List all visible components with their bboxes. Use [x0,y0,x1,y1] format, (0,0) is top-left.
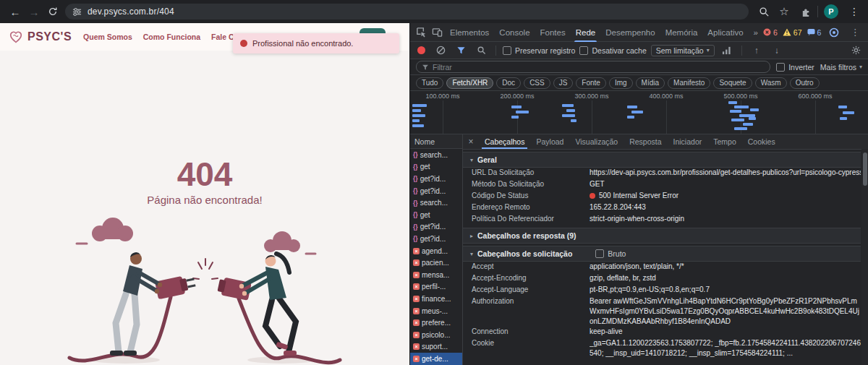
request-row[interactable]: {}get?id... [410,221,462,233]
throttling-dropdown[interactable]: Sem limitação ▾ [651,45,715,56]
filter-input[interactable]: Filtrar [416,61,770,73]
back-icon[interactable]: ← [6,2,25,21]
scrollbar-thumb[interactable] [863,153,867,186]
import-har-icon[interactable]: ↑ [749,43,765,59]
issues-badge[interactable]: 6 [807,28,822,37]
nav-quem-somos[interactable]: Quem Somos [83,33,132,41]
close-detail-icon[interactable]: × [463,137,479,147]
chip-fetch-xhr[interactable]: Fetch/XHR [446,77,493,89]
devtools-menu-kebab-icon[interactable]: ⋮ [847,25,863,40]
request-row[interactable]: {}search... [410,149,462,161]
tab-console[interactable]: Console [494,23,535,42]
request-row[interactable]: {}get?id... [410,233,462,245]
chip-doc[interactable]: Doc [496,77,521,89]
timeline-gridline [815,100,816,134]
request-row[interactable]: {}get [410,161,462,173]
request-row-error[interactable]: ×meus-... [410,305,462,317]
chip-fonte[interactable]: Fonte [576,77,606,89]
bookmark-star-icon[interactable]: ☆ [777,4,791,19]
network-settings-gear-icon[interactable] [848,43,864,59]
chip-midia[interactable]: Mídia [636,77,665,89]
request-row[interactable]: {}get [410,209,462,221]
warnings-badge[interactable]: 67 [783,28,802,37]
request-row-selected[interactable]: ×get-de... [410,353,462,365]
error-toast[interactable]: Profissional não encontrado. [233,33,399,53]
detail-tab-cabecalhos[interactable]: Cabeçalhos [479,134,530,149]
tab-elementos[interactable]: Elementos [445,23,494,42]
timeline-label: 600.000 ms [796,93,835,100]
header-key: Cookie [472,338,590,348]
request-row-error[interactable]: ×prefere... [410,317,462,329]
detail-tab-visualizacao[interactable]: Visualização [569,134,624,149]
request-row-error[interactable]: ×agend... [410,245,462,257]
chip-soquete[interactable]: Soquete [713,77,752,89]
chip-tudo[interactable]: Tudo [416,77,443,89]
more-tabs-icon[interactable]: » [749,23,763,42]
chip-outro[interactable]: Outro [790,77,820,89]
request-row[interactable]: {}get?id... [410,173,462,185]
address-bar[interactable]: dev.psycs.com.br/404 [65,4,749,20]
request-row[interactable]: {}search... [410,197,462,209]
request-row-error[interactable]: ×perfil-... [410,281,462,293]
raw-headers-checkbox[interactable]: Bruto [595,249,626,258]
section-response-headers[interactable]: ▸ Cabeçalhos de resposta (9) [463,228,861,244]
browser-menu-kebab-icon[interactable]: ⋮ [848,4,861,19]
toast-error-dot-icon [240,40,247,47]
tab-memoria[interactable]: Memória [660,23,703,42]
timeline-bar [838,106,847,108]
network-conditions-icon[interactable] [719,43,735,59]
network-timeline[interactable]: 100.000 ms 200.000 ms 300.000 ms 400.000… [410,91,868,134]
export-har-icon[interactable]: ↓ [769,43,785,59]
chip-wasm[interactable]: Wasm [755,77,787,89]
detail-tab-resposta[interactable]: Resposta [624,134,667,149]
requests-column-header[interactable]: Nome [410,134,462,149]
toolbar-divider [817,6,818,17]
chip-manifesto[interactable]: Manifesto [668,77,710,89]
tab-fontes[interactable]: Fontes [535,23,571,42]
zoom-indicator-icon[interactable] [757,4,771,19]
site-logo[interactable]: PSYC'S [27,30,72,43]
forward-icon[interactable]: → [25,2,43,21]
request-name: get?id... [420,187,446,195]
detail-scrollbar[interactable] [861,149,868,365]
chip-js[interactable]: JS [553,77,574,89]
nav-como-funciona[interactable]: Como Funciona [143,33,200,41]
chip-css[interactable]: CSS [524,77,550,89]
record-network-log-button[interactable] [417,46,425,54]
device-toolbar-icon[interactable] [429,25,445,40]
detail-tab-tempo[interactable]: Tempo [707,134,742,149]
tab-aplicativo[interactable]: Aplicativo [702,23,748,42]
preserve-log-checkbox[interactable]: Preservar registro [503,46,575,55]
invert-filter-checkbox[interactable]: Inverter [776,63,814,72]
tab-desempenho[interactable]: Desempenho [600,23,660,42]
request-row-error[interactable]: ×finance... [410,293,462,305]
disable-cache-checkbox[interactable]: Desativar cache [579,46,646,55]
more-filters-dropdown[interactable]: Mais filtros ▾ [820,63,862,72]
timeline-gridline [592,100,592,134]
request-row-error[interactable]: ×pacien... [410,257,462,269]
header-key: Accept-Encoding [472,273,590,283]
request-row[interactable]: {}get?id... [410,185,462,197]
chip-img[interactable]: Img [609,77,633,89]
detail-tab-cookies[interactable]: Cookies [742,134,781,149]
detail-tab-payload[interactable]: Payload [530,134,569,149]
section-request-headers[interactable]: ▾ Cabeçalhos de solicitação Bruto [463,246,861,262]
request-row-error[interactable]: ×mensa... [410,269,462,281]
request-row-error[interactable]: ×suport... [410,341,462,353]
header-value: pt-BR,pt;q=0.9,en-US;q=0.8,en;q=0.7 [590,285,861,295]
tab-rede[interactable]: Rede [571,23,601,42]
extensions-puzzle-icon[interactable] [799,4,813,19]
request-row-error[interactable]: ×psicolo... [410,329,462,341]
search-network-icon[interactable] [473,43,489,59]
reload-icon[interactable] [43,2,62,21]
sync-profile-icon[interactable] [826,25,842,40]
profile-avatar[interactable]: P [823,4,839,19]
detail-tab-iniciador[interactable]: Iniciador [668,134,708,149]
site-info-icon[interactable] [72,7,82,17]
section-general[interactable]: ▾ Geral [463,152,861,168]
clear-network-log-icon[interactable] [433,43,448,59]
errors-badge[interactable]: 6 [763,28,778,37]
inspect-element-icon[interactable] [413,25,429,40]
warnings-count: 67 [793,28,802,37]
filter-toggle-icon[interactable] [453,43,469,59]
